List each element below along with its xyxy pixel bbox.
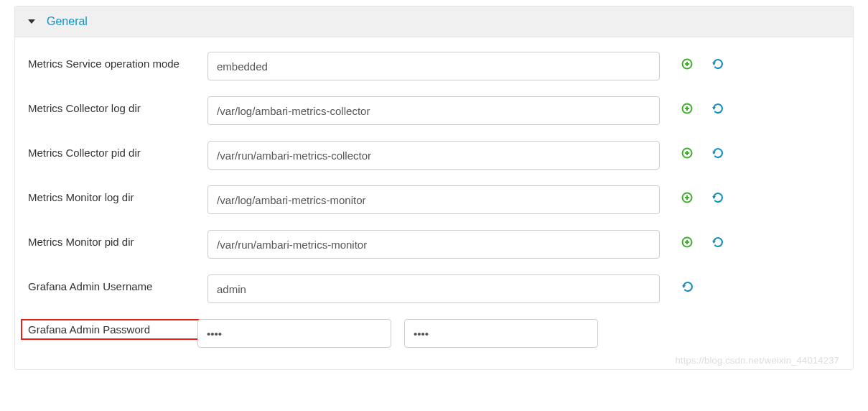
svg-marker-3 [712,63,716,65]
refresh-icon[interactable] [711,57,724,70]
input-monitor-pid[interactable] [207,230,660,259]
plus-icon[interactable] [681,103,693,114]
label-grafana-user: Grafana Admin Username [28,274,207,292]
label-grafana-pass: Grafana Admin Password [21,319,200,340]
row-collector-log: Metrics Collector log dir [28,96,840,125]
row-monitor-log: Metrics Monitor log dir [28,185,840,214]
refresh-icon[interactable] [711,236,724,249]
refresh-icon[interactable] [711,147,724,160]
input-grafana-user[interactable] [207,274,660,303]
plus-icon[interactable] [681,147,693,159]
row-grafana-pass: Grafana Admin Password [28,319,840,348]
plus-icon[interactable] [681,192,693,203]
input-collector-pid[interactable] [207,141,660,170]
panel-title: General [47,15,88,28]
row-grafana-user: Grafana Admin Username [28,274,840,303]
row-collector-pid: Metrics Collector pid dir [28,141,840,170]
watermark: https://blog.csdn.net/weixin_44014237 [675,355,839,366]
svg-marker-15 [712,196,716,199]
label-monitor-pid: Metrics Monitor pid dir [28,230,207,248]
row-monitor-pid: Metrics Monitor pid dir [28,230,840,259]
input-grafana-pass-confirm[interactable] [404,319,598,348]
input-operation-mode[interactable] [207,52,660,80]
panel-body: Metrics Service operation mode Metrics C… [15,37,853,369]
input-grafana-pass[interactable] [197,319,391,348]
refresh-icon[interactable] [681,280,694,293]
caret-down-icon [28,19,35,24]
svg-marker-11 [712,152,716,154]
svg-marker-19 [712,241,716,244]
input-collector-log[interactable] [207,96,660,125]
row-operation-mode: Metrics Service operation mode [28,52,840,80]
general-panel: General Metrics Service operation mode M… [14,6,854,370]
plus-icon[interactable] [681,58,693,70]
label-monitor-log: Metrics Monitor log dir [28,185,207,203]
label-operation-mode: Metrics Service operation mode [28,52,207,70]
refresh-icon[interactable] [711,191,724,204]
input-monitor-log[interactable] [207,185,660,214]
panel-header[interactable]: General [15,6,853,37]
refresh-icon[interactable] [711,102,724,115]
svg-marker-20 [682,285,686,288]
plus-icon[interactable] [681,236,693,248]
svg-marker-7 [712,107,716,110]
label-collector-log: Metrics Collector log dir [28,96,207,114]
label-collector-pid: Metrics Collector pid dir [28,141,207,159]
